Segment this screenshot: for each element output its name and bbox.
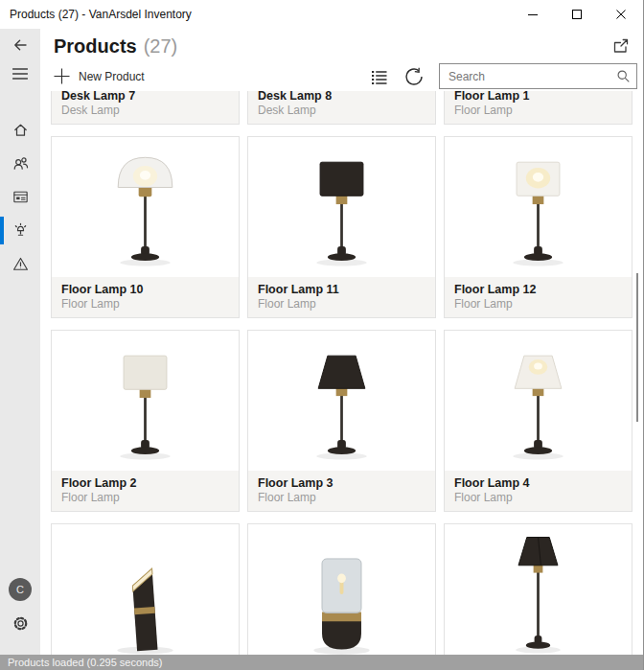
product-image — [445, 524, 632, 655]
plus-icon — [54, 68, 70, 84]
product-name: Floor Lamp 12 — [454, 282, 622, 297]
product-category: Floor Lamp — [61, 297, 229, 312]
app-body: C Products (27) — [0, 29, 643, 655]
back-icon — [12, 36, 29, 54]
sidebar-spacer — [0, 88, 40, 113]
new-product-label: New Product — [79, 70, 145, 83]
product-card[interactable]: Floor Lamp 2 Floor Lamp — [51, 330, 240, 512]
sidebar-item-orders[interactable] — [0, 180, 40, 214]
product-card-footer: Floor Lamp 10 Floor Lamp — [52, 277, 239, 317]
product-card[interactable]: Floor Lamp 11 Floor Lamp — [247, 136, 436, 318]
refresh-icon — [403, 66, 425, 87]
new-product-button[interactable]: New Product — [54, 68, 145, 84]
user-avatar[interactable]: C — [9, 578, 32, 601]
product-card[interactable]: Desk Lamp 7 Desk Lamp — [51, 91, 240, 125]
sidebar-item-people[interactable] — [0, 147, 40, 180]
list-view-icon — [369, 68, 389, 85]
product-image — [248, 137, 435, 277]
vertical-scrollbar[interactable] — [636, 273, 638, 422]
open-in-window-button[interactable] — [611, 38, 630, 55]
product-card-footer: Desk Lamp 7 Desk Lamp — [52, 91, 239, 124]
popout-icon — [611, 38, 630, 55]
product-name: Floor Lamp 11 — [258, 282, 426, 297]
lamp-icon — [12, 221, 30, 240]
sidebar-item-alerts[interactable] — [0, 247, 40, 281]
sidebar: C — [0, 29, 40, 655]
product-image — [248, 331, 435, 471]
product-card-footer: Desk Lamp 8 Desk Lamp — [248, 91, 435, 124]
product-card[interactable]: Desk Lamp 8 Desk Lamp — [247, 91, 436, 125]
product-card[interactable]: Floor Lamp 4 Floor Lamp — [444, 330, 632, 512]
product-card[interactable]: Floor Lamp 3 Floor Lamp — [247, 330, 436, 512]
settings-gear-icon — [12, 614, 30, 633]
product-category: Floor Lamp — [61, 491, 229, 505]
search-input[interactable] — [440, 69, 616, 84]
close-button[interactable] — [599, 0, 643, 29]
sidebar-flex-spacer — [0, 281, 40, 578]
product-card-footer: Floor Lamp 4 Floor Lamp — [445, 471, 632, 511]
product-category: Floor Lamp — [454, 491, 622, 505]
product-image — [445, 137, 632, 277]
sidebar-item-home[interactable] — [0, 113, 40, 147]
product-name: Floor Lamp 10 — [61, 282, 229, 297]
search-icon — [616, 69, 631, 83]
product-name: Floor Lamp 3 — [258, 475, 426, 491]
sidebar-item-products[interactable] — [0, 214, 40, 247]
product-grid: Desk Lamp 7 Desk Lamp Desk Lamp 8 Desk L… — [40, 91, 643, 655]
product-image — [52, 137, 239, 277]
titlebar: Products (27) - VanArsdel Inventory — [0, 0, 643, 29]
product-grid-viewport: Desk Lamp 7 Desk Lamp Desk Lamp 8 Desk L… — [40, 91, 643, 655]
product-image — [445, 331, 632, 471]
product-card[interactable]: Floor Lamp 1 Floor Lamp — [444, 91, 632, 125]
product-card-footer: Floor Lamp 11 Floor Lamp — [248, 277, 435, 317]
app-window: Products (27) - VanArsdel Inventory — [0, 0, 644, 670]
product-image — [248, 524, 435, 655]
product-card-footer: Floor Lamp 12 Floor Lamp — [445, 277, 632, 317]
product-card[interactable]: Floor Lamp 10 Floor Lamp — [51, 136, 240, 318]
nav-menu-button[interactable] — [0, 59, 40, 88]
toolbar: New Product — [54, 63, 637, 89]
warning-icon — [12, 255, 30, 273]
product-card[interactable] — [444, 523, 632, 655]
orders-card-icon — [12, 188, 30, 206]
product-category: Floor Lamp — [454, 104, 622, 118]
product-card-footer: Floor Lamp 1 Floor Lamp — [445, 91, 632, 124]
minimize-button[interactable] — [511, 0, 555, 29]
page-title: Products — [54, 35, 137, 58]
window-title: Products (27) - VanArsdel Inventory — [0, 8, 511, 21]
product-category: Floor Lamp — [258, 297, 426, 312]
product-name: Floor Lamp 2 — [61, 475, 229, 491]
product-card[interactable]: Floor Lamp 12 Floor Lamp — [444, 136, 632, 318]
main-content: Products (27) New Product — [40, 29, 643, 655]
product-category: Floor Lamp — [454, 297, 622, 312]
close-icon — [616, 10, 626, 19]
search-box — [439, 63, 637, 89]
minimize-icon — [528, 10, 538, 19]
list-view-button[interactable] — [369, 68, 389, 85]
page-count: (27) — [144, 35, 178, 58]
status-bar: Products loaded (0.295 seconds) — [0, 655, 643, 670]
product-name: Floor Lamp 1 — [454, 91, 622, 104]
product-card[interactable] — [247, 523, 436, 655]
product-category: Desk Lamp — [61, 104, 229, 118]
product-image — [52, 524, 239, 655]
product-card[interactable] — [51, 523, 240, 655]
maximize-button[interactable] — [555, 0, 599, 29]
selected-indicator — [0, 217, 4, 244]
people-icon — [12, 154, 30, 173]
product-card-footer: Floor Lamp 3 Floor Lamp — [248, 471, 435, 511]
product-name: Desk Lamp 8 — [258, 91, 426, 104]
sidebar-item-settings[interactable] — [0, 609, 40, 637]
toolbar-right — [369, 63, 637, 89]
home-icon — [12, 121, 30, 139]
back-button[interactable] — [0, 31, 40, 59]
refresh-button[interactable] — [403, 66, 425, 87]
product-name: Desk Lamp 7 — [61, 91, 229, 104]
status-text: Products loaded (0.295 seconds) — [8, 657, 162, 668]
product-name: Floor Lamp 4 — [454, 475, 622, 491]
product-category: Floor Lamp — [258, 491, 426, 505]
maximize-icon — [572, 10, 582, 19]
menu-icon — [12, 67, 28, 81]
product-category: Desk Lamp — [258, 104, 426, 118]
avatar-initial: C — [16, 584, 24, 595]
